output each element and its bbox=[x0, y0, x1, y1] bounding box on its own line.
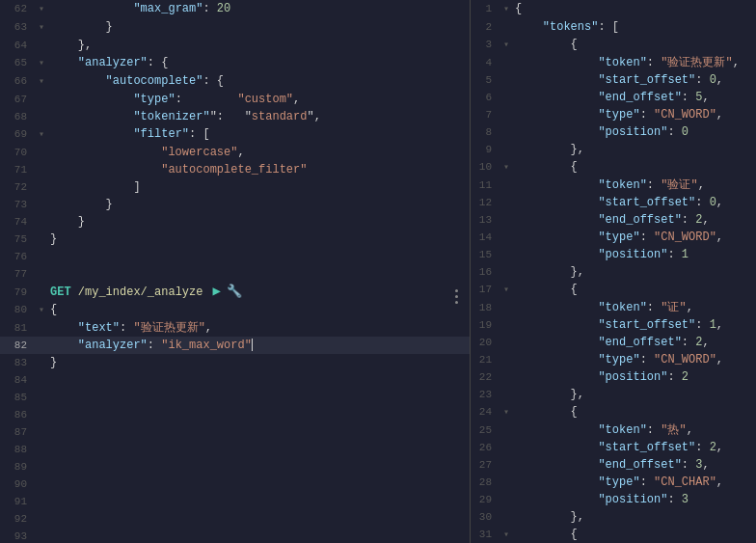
right-line-2: 2 "tokens": [ bbox=[471, 18, 756, 36]
right-line-8: 8 "position": 0 bbox=[471, 123, 756, 141]
line-number: 18 bbox=[471, 299, 500, 316]
line-content: { bbox=[513, 36, 756, 53]
line-number: 88 bbox=[0, 441, 35, 458]
line-content: "analyzer": "ik_max_word" bbox=[48, 337, 470, 354]
line-number: 84 bbox=[0, 371, 35, 389]
left-line-77: 77 bbox=[0, 265, 470, 283]
line-content: { bbox=[513, 281, 756, 298]
gutter-arrow: ▾ bbox=[500, 527, 513, 543]
dot-1 bbox=[455, 289, 458, 292]
line-content: ] bbox=[48, 178, 470, 196]
line-content: "end_offset": 2, bbox=[513, 334, 756, 351]
line-content: "token": "证", bbox=[513, 299, 756, 316]
settings-icon[interactable]: 🔧 bbox=[227, 285, 242, 299]
left-code-area[interactable]: 62▾ "max_gram": 2063▾ }64 },65▾ "analyze… bbox=[0, 0, 470, 543]
line-content: } bbox=[48, 354, 470, 371]
editor-container: 62▾ "max_gram": 2063▾ }64 },65▾ "analyze… bbox=[0, 0, 756, 543]
line-number: 90 bbox=[0, 475, 35, 493]
left-line-87: 87 bbox=[0, 423, 470, 441]
dot-3 bbox=[455, 301, 458, 304]
left-line-93: 93 bbox=[0, 528, 470, 543]
left-line-85: 85 bbox=[0, 389, 470, 406]
right-line-12: 12 "start_offset": 0, bbox=[471, 194, 756, 211]
line-number: 25 bbox=[471, 421, 500, 439]
line-content: } bbox=[48, 18, 470, 36]
right-line-26: 26 "start_offset": 2, bbox=[471, 439, 756, 456]
line-number: 10 bbox=[471, 158, 500, 176]
line-content: "start_offset": 0, bbox=[513, 194, 756, 211]
line-number: 73 bbox=[0, 196, 35, 213]
left-line-65: 65▾ "analyzer": { bbox=[0, 54, 470, 72]
line-number: 24 bbox=[471, 403, 500, 421]
line-number: 68 bbox=[0, 108, 35, 125]
line-number: 12 bbox=[471, 194, 500, 211]
line-content: { bbox=[513, 403, 756, 421]
right-code-area[interactable]: 1▾{2 "tokens": [3▾ {4 "token": "验证热更新",5… bbox=[471, 0, 756, 543]
line-number: 29 bbox=[471, 491, 500, 508]
left-line-70: 70 "lowercase", bbox=[0, 144, 470, 161]
gutter-arrow: ▾ bbox=[35, 302, 48, 319]
line-number: 28 bbox=[471, 474, 500, 491]
line-content: "max_gram": 20 bbox=[48, 0, 470, 17]
line-content: "start_offset": 1, bbox=[513, 316, 756, 334]
line-number: 72 bbox=[0, 178, 35, 196]
line-number: 71 bbox=[0, 161, 35, 178]
right-line-23: 23 }, bbox=[471, 386, 756, 403]
line-number: 13 bbox=[471, 211, 500, 229]
line-number: 31 bbox=[471, 526, 500, 543]
line-number: 76 bbox=[0, 248, 35, 265]
left-line-73: 73 } bbox=[0, 196, 470, 213]
line-number: 70 bbox=[0, 144, 35, 161]
left-line-71: 71 "autocomplete_filter" bbox=[0, 161, 470, 178]
left-line-74: 74 } bbox=[0, 213, 470, 231]
line-content: "end_offset": 2, bbox=[513, 211, 756, 229]
line-number: 5 bbox=[471, 71, 500, 89]
line-content: }, bbox=[513, 508, 756, 526]
line-number: 89 bbox=[0, 458, 35, 475]
run-button[interactable]: ▶ bbox=[212, 284, 220, 299]
line-number: 7 bbox=[471, 106, 500, 123]
line-content: "token": "热", bbox=[513, 421, 756, 439]
line-number: 14 bbox=[471, 229, 500, 246]
left-line-68: 68 "tokenizer"": "standard", bbox=[0, 108, 470, 125]
left-line-76: 76 bbox=[0, 248, 470, 265]
line-number: 85 bbox=[0, 389, 35, 406]
line-content: "position": 1 bbox=[513, 246, 756, 263]
right-line-9: 9 }, bbox=[471, 141, 756, 158]
line-content: "start_offset": 0, bbox=[513, 71, 756, 89]
right-line-7: 7 "type": "CN_WORD", bbox=[471, 106, 756, 123]
line-number: 20 bbox=[471, 334, 500, 351]
line-number: 19 bbox=[471, 316, 500, 334]
left-line-89: 89 bbox=[0, 458, 470, 475]
line-number: 3 bbox=[471, 36, 500, 53]
line-content: "token": "验证", bbox=[513, 176, 756, 194]
line-content: } bbox=[48, 231, 470, 248]
right-code-lines: 1▾{2 "tokens": [3▾ {4 "token": "验证热更新",5… bbox=[471, 0, 756, 543]
right-line-20: 20 "end_offset": 2, bbox=[471, 334, 756, 351]
line-number: 8 bbox=[471, 123, 500, 141]
right-line-27: 27 "end_offset": 3, bbox=[471, 456, 756, 474]
dot-2 bbox=[455, 295, 458, 298]
right-line-25: 25 "token": "热", bbox=[471, 421, 756, 439]
line-content: { bbox=[513, 158, 756, 176]
line-content: "autocomplete": { bbox=[48, 72, 470, 90]
left-panel: 62▾ "max_gram": 2063▾ }64 },65▾ "analyze… bbox=[0, 0, 471, 543]
line-number: 75 bbox=[0, 231, 35, 248]
line-content: "filter": [ bbox=[48, 125, 470, 143]
line-number: 63 bbox=[0, 18, 35, 36]
right-line-16: 16 }, bbox=[471, 263, 756, 281]
left-line-80: 80▾{ bbox=[0, 301, 470, 319]
left-line-79: 79GET /my_index/_analyze▶🔧 bbox=[0, 283, 470, 301]
line-content: "type": "CN_CHAR", bbox=[513, 474, 756, 491]
right-line-6: 6 "end_offset": 5, bbox=[471, 89, 756, 106]
gutter-arrow: ▾ bbox=[500, 1, 513, 18]
line-number: 93 bbox=[0, 528, 35, 543]
left-code-lines: 62▾ "max_gram": 2063▾ }64 },65▾ "analyze… bbox=[0, 0, 470, 543]
left-line-84: 84 bbox=[0, 371, 470, 389]
line-number: 22 bbox=[471, 368, 500, 386]
gutter-arrow: ▾ bbox=[500, 159, 513, 176]
line-content: "position": 2 bbox=[513, 368, 756, 386]
left-line-67: 67 "type": "custom", bbox=[0, 91, 470, 108]
line-content: GET /my_index/_analyze▶🔧 bbox=[48, 283, 470, 301]
line-number: 16 bbox=[471, 263, 500, 281]
